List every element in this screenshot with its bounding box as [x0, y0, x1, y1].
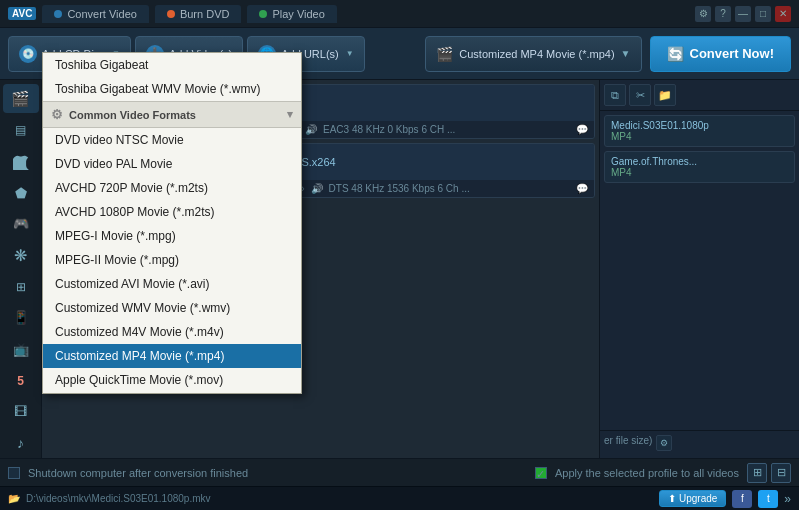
- format-dropdown[interactable]: Toshiba Gigabeat Toshiba Gigabeat WMV Mo…: [42, 52, 302, 394]
- tab-play-dot: [259, 10, 267, 18]
- format-selected-label: Customized MP4 Movie (*.mp4): [459, 48, 614, 60]
- dropdown-item-11[interactable]: Windows ASF Video Movie (*.asf): [43, 392, 301, 393]
- tab-convert-label: Convert Video: [67, 8, 137, 20]
- dropdown-item-10[interactable]: Apple QuickTime Movie (*.mov): [43, 368, 301, 392]
- upgrade-icon: ⬆: [668, 493, 676, 504]
- dropdown-item-1[interactable]: DVD video PAL Movie: [43, 152, 301, 176]
- output-format-2: MP4: [611, 167, 788, 178]
- window-controls: ⚙ ? — □ ✕: [695, 6, 791, 22]
- output-name-1: Medici.S03E01.1080p: [611, 120, 788, 131]
- comment-icon-2[interactable]: 💬: [576, 183, 588, 194]
- folder-icon: 📂: [8, 493, 20, 504]
- output-item-2: Game.of.Thrones... MP4: [604, 151, 795, 183]
- dropdown-list: Toshiba Gigabeat Toshiba Gigabeat WMV Mo…: [43, 53, 301, 393]
- sidebar-icon-android[interactable]: ⬟: [3, 178, 39, 207]
- more-button[interactable]: »: [784, 492, 791, 506]
- section-gear-icon: ⚙: [51, 107, 63, 122]
- add-cd-icon: 💿: [19, 45, 37, 63]
- maximize-btn[interactable]: □: [755, 6, 771, 22]
- sidebar-icon-windows[interactable]: ⊞: [3, 272, 39, 301]
- upgrade-button[interactable]: ⬆ Upgrade: [659, 490, 726, 507]
- comment-icon-1[interactable]: 💬: [576, 124, 588, 135]
- dropdown-item-3[interactable]: AVCHD 1080P Movie (*.m2ts): [43, 200, 301, 224]
- tab-burn[interactable]: Burn DVD: [155, 5, 242, 23]
- output-format-1: MP4: [611, 131, 788, 142]
- sidebar-icon-movie[interactable]: 🎞: [3, 397, 39, 426]
- twitter-icon: t: [767, 493, 770, 504]
- filesize-label: er file size): [604, 435, 652, 451]
- dropdown-item-9-selected[interactable]: Customized MP4 Movie (*.mp4): [43, 344, 301, 368]
- upgrade-label: Upgrade: [679, 493, 717, 504]
- rp-folder-btn[interactable]: 📁: [654, 84, 676, 106]
- file-audio-1: EAC3 48 KHz 0 Kbps 6 CH ...: [323, 124, 455, 135]
- sidebar-icon-huawei[interactable]: ❋: [3, 241, 39, 270]
- settings-win-btn[interactable]: ⚙: [695, 6, 711, 22]
- dropdown-item-0[interactable]: DVD video NTSC Movie: [43, 128, 301, 152]
- dropdown-item-5[interactable]: MPEG-II Movie (*.mpg): [43, 248, 301, 272]
- dropdown-item-4[interactable]: MPEG-I Movie (*.mpg): [43, 224, 301, 248]
- output-item-1: Medici.S03E01.1080p MP4: [604, 115, 795, 147]
- sidebar-icon-phone[interactable]: 📱: [3, 303, 39, 332]
- format-selector[interactable]: 🎬 Customized MP4 Movie (*.mp4) ▼: [425, 36, 641, 72]
- bottom-bar: 📂 D:\videos\mkv\Medici.S03E01.1080p.mkv …: [0, 486, 799, 510]
- facebook-button[interactable]: f: [732, 490, 752, 508]
- file-path: D:\videos\mkv\Medici.S03E01.1080p.mkv: [26, 493, 653, 504]
- rp-scissors-btn[interactable]: ✂: [629, 84, 651, 106]
- shutdown-checkbox[interactable]: [8, 467, 20, 479]
- twitter-button[interactable]: t: [758, 490, 778, 508]
- dropdown-item-toshiba-wmv[interactable]: Toshiba Gigabeat WMV Movie (*.wmv): [43, 77, 301, 101]
- file-audio-2: DTS 48 KHz 1536 Kbps 6 Ch ...: [329, 183, 470, 194]
- tab-play-label: Play Video: [272, 8, 324, 20]
- tab-convert[interactable]: Convert Video: [42, 5, 149, 23]
- dropdown-section-common: ⚙ Common Video Formats ▾: [43, 101, 301, 128]
- sidebar-icon-music[interactable]: ♪: [3, 429, 39, 458]
- shutdown-label: Shutdown computer after conversion finis…: [28, 467, 248, 479]
- facebook-icon: f: [741, 493, 744, 504]
- vol-icon-1: 🔊: [305, 124, 317, 135]
- add-url-chevron-icon[interactable]: ▼: [346, 49, 354, 58]
- format-chevron-icon: ▼: [621, 48, 631, 59]
- section-chevron-icon: ▾: [287, 108, 293, 121]
- rp-copy-btn[interactable]: ⧉: [604, 84, 626, 106]
- rp-gear-btn[interactable]: ⚙: [656, 435, 672, 451]
- sidebar-icon-gamepad[interactable]: 🎮: [3, 209, 39, 238]
- tab-burn-dot: [167, 10, 175, 18]
- app-logo: AVC: [8, 7, 36, 20]
- vol-icon-2: 🔊: [311, 183, 323, 194]
- tab-play[interactable]: Play Video: [247, 5, 336, 23]
- format-icon: 🎬: [436, 46, 453, 62]
- dropdown-item-2[interactable]: AVCHD 720P Movie (*.m2ts): [43, 176, 301, 200]
- tab-burn-label: Burn DVD: [180, 8, 230, 20]
- dropdown-item-6[interactable]: Customized AVI Movie (*.avi): [43, 272, 301, 296]
- right-panel-footer: er file size) ⚙: [600, 430, 799, 458]
- sidebar-icon-html5[interactable]: 5: [3, 366, 39, 395]
- minimize-btn[interactable]: —: [735, 6, 751, 22]
- sidebar-icon-apple[interactable]: [3, 147, 39, 176]
- sidebar-icon-film[interactable]: 🎬: [3, 84, 39, 113]
- dropdown-item-7[interactable]: Customized WMV Movie (*.wmv): [43, 296, 301, 320]
- sidebar-icon-tv[interactable]: 📺: [3, 335, 39, 364]
- dropdown-item-8[interactable]: Customized M4V Movie (*.m4v): [43, 320, 301, 344]
- refresh-icon: 🔄: [667, 46, 684, 62]
- section-label: Common Video Formats: [69, 109, 196, 121]
- help-win-btn[interactable]: ?: [715, 6, 731, 22]
- dropdown-item-toshiba[interactable]: Toshiba Gigabeat: [43, 53, 301, 77]
- title-bar: AVC Convert Video Burn DVD Play Video ⚙ …: [0, 0, 799, 28]
- tab-convert-dot: [54, 10, 62, 18]
- sidebar-icon-barchart[interactable]: ▤: [3, 115, 39, 144]
- apply-checkbox[interactable]: ✓: [535, 467, 547, 479]
- close-btn[interactable]: ✕: [775, 6, 791, 22]
- convert-now-button[interactable]: 🔄 Convert Now!: [650, 36, 792, 72]
- output-name-2: Game.of.Thrones...: [611, 156, 788, 167]
- convert-now-label: Convert Now!: [690, 46, 775, 61]
- right-panel: ⧉ ✂ 📁 Medici.S03E01.1080p MP4 Game.of.Th…: [599, 80, 799, 458]
- sidebar: 🎬 ▤ ⬟ 🎮 ❋ ⊞ 📱 📺 5 🎞 ♪: [0, 80, 42, 458]
- main-area: 🎬 ▤ ⬟ 🎮 ❋ ⊞ 📱 📺 5 🎞 ♪ M ✎ Medici.S03E01.…: [0, 80, 799, 458]
- right-panel-toolbar: ⧉ ✂ 📁: [600, 80, 799, 111]
